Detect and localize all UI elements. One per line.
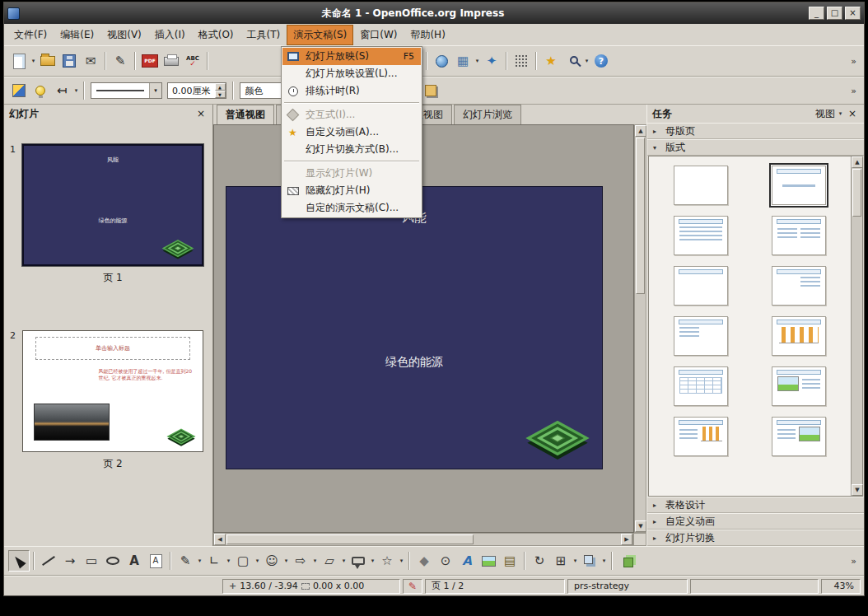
layout-thumb-title-table[interactable]	[674, 366, 728, 406]
maximize-button[interactable]: □	[827, 7, 842, 20]
hyperlink-button[interactable]	[431, 50, 452, 72]
slide-thumbnail-2[interactable]: 单击输入标题 风能已经被使用了超过一千年, 但是直到20世纪, 它才被真正的重视…	[22, 330, 203, 452]
connector-caret[interactable]	[225, 551, 232, 571]
new-document-button[interactable]	[8, 50, 30, 72]
basic-shapes-caret[interactable]	[254, 551, 261, 571]
scroll-right-button[interactable]: ▶	[621, 534, 632, 545]
section-layouts[interactable]: 版式	[647, 139, 864, 156]
section-slide-transition[interactable]: 幻灯片切换	[647, 530, 864, 546]
layout-thumb-text-picture[interactable]	[772, 417, 826, 456]
alignment-button[interactable]: ⊞	[550, 550, 572, 572]
lamp-button[interactable]	[30, 80, 51, 101]
layouts-scrollbar[interactable]: ▲ ▼	[851, 156, 862, 496]
arrow-style-caret[interactable]	[72, 81, 80, 100]
scrollbar-thumb[interactable]	[226, 534, 474, 544]
curve-tool[interactable]: ✎	[175, 550, 196, 572]
gallery-button[interactable]: ▤	[499, 550, 520, 572]
edit-file-button[interactable]: ✎	[110, 50, 131, 72]
tasks-view-caret[interactable]	[837, 104, 844, 124]
tab-slide-sorter[interactable]: 幻灯片浏览	[454, 105, 521, 124]
menu-item-hide-slide[interactable]: 隐藏幻灯片(H)	[282, 182, 421, 199]
callouts-caret[interactable]	[369, 551, 376, 571]
stars-tool[interactable]: ☆	[376, 550, 398, 572]
menu-item-slide-transition[interactable]: 幻灯片切换方式(B)...	[282, 141, 421, 158]
open-button[interactable]	[37, 50, 58, 72]
template-field[interactable]: prs-strategy	[567, 579, 688, 594]
slide-editing-area[interactable]: 风能 绿色的能源	[226, 186, 603, 469]
menu-slideshow[interactable]: 演示文稿(S)	[287, 25, 353, 45]
tasks-view-menu[interactable]: 视图	[815, 107, 835, 121]
line-tool[interactable]	[38, 550, 59, 572]
scroll-left-button[interactable]: ◀	[214, 534, 226, 545]
select-tool[interactable]	[8, 550, 30, 572]
section-custom-animation[interactable]: 自定义动画	[647, 513, 864, 530]
menu-edit[interactable]: 编辑(E)	[54, 25, 100, 45]
horizontal-scrollbar[interactable]: ◀ ▶	[213, 533, 633, 546]
scroll-track[interactable]	[635, 295, 646, 520]
styles-formatting-button[interactable]	[8, 80, 30, 101]
vertical-scrollbar[interactable]: ▲ ▼	[634, 124, 646, 533]
scrollbar-thumb[interactable]	[852, 169, 861, 217]
arrange-caret[interactable]	[600, 551, 608, 571]
text-tool[interactable]: A	[124, 550, 145, 572]
zoom-button[interactable]	[562, 50, 583, 72]
scroll-track[interactable]	[474, 534, 621, 545]
flowchart-tool[interactable]: ▱	[319, 550, 340, 572]
layout-thumb-text-chart[interactable]	[674, 417, 728, 456]
shadow-button[interactable]	[420, 80, 441, 101]
layout-thumb-content-left[interactable]	[674, 316, 728, 356]
table-dropdown-caret[interactable]	[474, 51, 481, 71]
layout-thumb-title-chart[interactable]	[772, 316, 826, 356]
stars-caret[interactable]	[398, 551, 405, 571]
extrusion-toggle[interactable]	[616, 550, 637, 572]
layout-thumb-content-right[interactable]	[772, 266, 826, 306]
tab-normal-view[interactable]: 普通视图	[217, 105, 274, 124]
slide-thumbnail-1[interactable]: 风能 绿色的能源	[22, 144, 203, 266]
vertical-text-tool[interactable]: A	[145, 550, 166, 572]
menu-file[interactable]: 文件(F)	[7, 25, 54, 45]
scroll-down-button[interactable]: ▼	[852, 484, 863, 496]
rotate-tool[interactable]: ↻	[529, 550, 550, 572]
scroll-up-button[interactable]: ▲	[635, 125, 646, 137]
layout-thumb-title-only[interactable]	[674, 266, 728, 306]
menu-insert[interactable]: 插入(I)	[148, 25, 192, 45]
block-arrows-caret[interactable]	[311, 551, 319, 571]
display-grid-button[interactable]	[511, 50, 532, 72]
save-button[interactable]	[58, 50, 80, 72]
layout-thumb-title-subtitle[interactable]	[772, 166, 826, 205]
menu-item-rehearse-timings[interactable]: 排练计时(R)	[282, 82, 421, 100]
ellipse-tool[interactable]	[102, 550, 124, 572]
spin-up[interactable]	[215, 83, 226, 91]
styles-button[interactable]: ★	[540, 50, 562, 72]
curve-caret[interactable]	[196, 551, 203, 571]
layout-thumb-blank[interactable]	[674, 166, 728, 205]
print-button[interactable]	[161, 50, 182, 72]
scroll-track[interactable]	[852, 217, 862, 484]
spellcheck-button[interactable]: ABC	[182, 50, 203, 72]
export-pdf-button[interactable]: PDF	[139, 50, 161, 72]
slide-subtitle-text[interactable]: 绿色的能源	[226, 355, 602, 370]
menu-format[interactable]: 格式(O)	[192, 25, 240, 45]
slides-panel-close[interactable]: ×	[194, 108, 208, 119]
menu-view[interactable]: 视图(V)	[100, 25, 148, 45]
arrange-button[interactable]	[579, 550, 600, 572]
glue-points-tool[interactable]: ⊙	[435, 550, 456, 572]
menu-item-custom-animation[interactable]: 自定义动画(A)...	[282, 124, 421, 141]
toolbar-overflow[interactable]: »	[847, 56, 860, 67]
menu-item-custom-slide-show[interactable]: 自定的演示文稿(C)...	[282, 199, 421, 217]
new-dropdown-caret[interactable]	[30, 51, 37, 71]
basic-shapes-tool[interactable]: ▢	[232, 550, 254, 572]
scroll-down-button[interactable]: ▼	[635, 520, 646, 532]
menu-item-slide-show[interactable]: 幻灯片放映(S) F5	[282, 48, 421, 65]
zoom-field[interactable]: 43%	[821, 579, 861, 594]
minimize-button[interactable]: _	[809, 7, 824, 20]
scroll-up-button[interactable]: ▲	[852, 156, 863, 168]
zoom-dropdown-caret[interactable]	[583, 51, 590, 71]
rectangle-tool[interactable]: ▭	[81, 550, 102, 572]
menu-help[interactable]: 帮助(H)	[404, 25, 451, 45]
spin-down[interactable]	[215, 91, 226, 98]
section-master-pages[interactable]: 母版页	[647, 123, 864, 139]
scrollbar-thumb[interactable]	[636, 138, 645, 294]
layout-thumb-two-content[interactable]	[772, 216, 826, 255]
menu-tools[interactable]: 工具(T)	[240, 25, 287, 45]
